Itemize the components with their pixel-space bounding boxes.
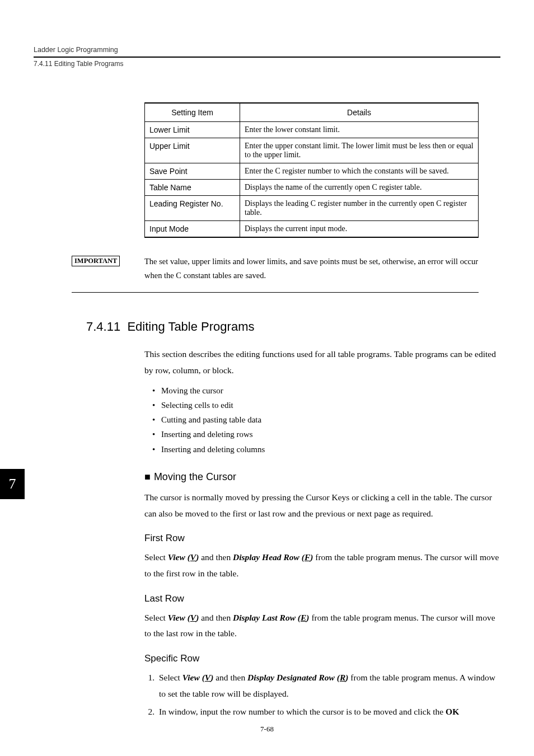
text-fragment: and then [199,613,233,622]
menu-display-designated-row: Display Designated Row (R) [247,673,348,682]
list-item: Moving the cursor [152,383,500,398]
settings-table: Setting Item Details Lower Limit Enter t… [144,102,479,238]
list-item: In window, input the row number to which… [157,704,500,720]
table-header-setting-item: Setting Item [145,103,240,122]
subheading-first-row: First Row [144,533,500,544]
text-fragment: Select [144,613,168,622]
table-cell-details: Displays the leading C register number i… [240,196,479,221]
section-heading: 7.4.11 Editing Table Programs [86,320,500,334]
table-cell-item: Lower Limit [145,122,240,138]
list-item: Inserting and deleting columns [152,442,500,457]
subheading-last-row: Last Row [144,593,500,604]
moving-cursor-paragraph: The cursor is normally moved by pressing… [144,490,500,522]
table-header-details: Details [240,103,479,122]
list-item: Inserting and deleting rows [152,427,500,442]
table-header-row: Setting Item Details [145,103,479,122]
table-row: Save Point Enter the C register number t… [145,163,479,180]
table-cell-details: Enter the lower constant limit. [240,122,479,138]
table-cell-item: Input Mode [145,221,240,238]
square-bullet-icon: ■ [144,471,151,483]
bullet-list: Moving the cursor Selecting cells to edi… [152,383,500,457]
ok-button-reference: OK [446,707,459,716]
menu-view: View (V) [168,613,199,622]
table-row: Input Mode Displays the current input mo… [145,221,479,238]
table-cell-details: Enter the upper constant limit. The lowe… [240,138,479,163]
important-note: IMPORTANT The set value, upper limits an… [72,255,479,293]
table-cell-item: Table Name [145,180,240,196]
subheading-text: Moving the Cursor [154,471,236,482]
running-header-subtitle: 7.4.11 Editing Table Programs [34,57,500,68]
table-cell-item: Leading Register No. [145,196,240,221]
table-row: Leading Register No. Displays the leadin… [145,196,479,221]
first-row-paragraph: Select View (V) and then Display Head Ro… [144,550,500,581]
table-cell-details: Enter the C register number to which the… [240,163,479,180]
table-cell-details: Displays the name of the currently open … [240,180,479,196]
menu-view: View (V) [182,673,214,682]
chapter-tab: 7 [0,469,25,499]
subheading-specific-row: Specific Row [144,653,500,664]
important-text: The set value, upper limits and lower li… [144,255,479,282]
menu-view: View (V) [168,552,199,562]
text-fragment: Select [159,673,182,682]
important-label: IMPORTANT [72,256,120,266]
page-number: 7-68 [0,725,534,734]
list-item: Selecting cells to edit [152,398,500,412]
section-number: 7.4.11 [86,320,120,334]
specific-row-steps: Select View (V) and then Display Designa… [146,670,500,720]
menu-display-last-row: Display Last Row (E) [233,613,310,622]
table-cell-details: Displays the current input mode. [240,221,479,238]
table-row: Lower Limit Enter the lower constant lim… [145,122,479,138]
running-header-title: Ladder Logic Programming [34,46,500,54]
important-text-b: constant [184,271,210,280]
section-intro: This section describes the editing funct… [144,346,500,378]
menu-display-head-row: Display Head Row (F) [233,552,313,562]
text-fragment: Select [144,552,168,562]
table-row: Table Name Displays the name of the curr… [145,180,479,196]
last-row-paragraph: Select View (V) and then Display Last Ro… [144,610,500,642]
table-row: Upper Limit Enter the upper constant lim… [145,138,479,163]
list-item: Select View (V) and then Display Designa… [157,670,500,702]
text-fragment: and then [213,673,247,682]
list-item: Cutting and pasting table data [152,412,500,427]
text-fragment: In window, input the row number to which… [159,707,446,716]
subheading-moving-cursor: ■Moving the Cursor [144,471,500,483]
section-title: Editing Table Programs [127,320,254,334]
important-text-c: tables are saved. [210,271,266,280]
table-cell-item: Upper Limit [145,138,240,163]
table-cell-item: Save Point [145,163,240,180]
text-fragment: and then [199,552,233,562]
